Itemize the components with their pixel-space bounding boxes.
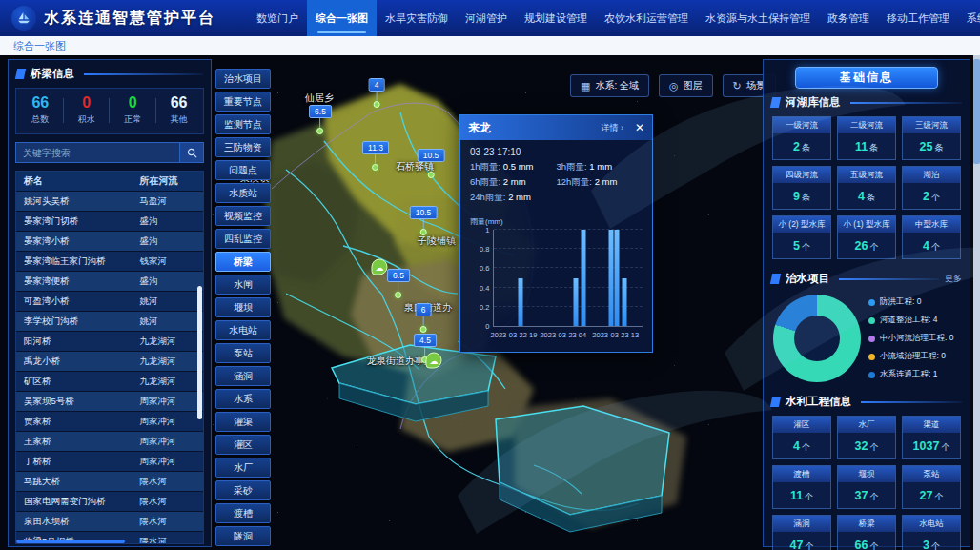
chart-gridline: 0.4 (494, 287, 643, 288)
stat-cell-number: 4 (793, 439, 800, 453)
popup-detail-link[interactable]: 详情 › (601, 122, 623, 134)
page-scrollbar-thumb[interactable] (973, 59, 980, 164)
table-row[interactable]: 晏家湾便桥盛沟 (16, 272, 203, 291)
layer-item-治水项目[interactable]: 治水项目 (215, 69, 271, 89)
map-control[interactable]: ◎图层 (659, 74, 713, 97)
station-marker[interactable]: 10.5 (410, 206, 438, 235)
station-marker[interactable]: 6 (416, 303, 432, 333)
layer-item-水闸[interactable]: 水闸 (215, 275, 271, 295)
layer-item-视频监控[interactable]: 视频监控 (215, 206, 271, 226)
station-marker[interactable]: 6.5 (309, 105, 332, 134)
rivers-section-header: 河湖库信息 (764, 89, 970, 114)
breadcrumb[interactable]: 综合一张图 (0, 39, 66, 53)
legend-dot-icon (868, 299, 875, 306)
layer-item-三防物资[interactable]: 三防物资 (215, 137, 271, 157)
table-row[interactable]: 吴家坝5号桥周家冲河 (16, 392, 203, 411)
stat-cell-number: 66 (855, 539, 868, 550)
table-row[interactable]: 马跳大桥隈水河 (16, 472, 203, 491)
table-row[interactable]: 晏家湾小桥盛沟 (16, 232, 203, 251)
river-name-cell: 隈水河 (133, 516, 203, 528)
rain-metric-value: 1 mm (589, 161, 612, 172)
layer-item-堰坝[interactable]: 堰坝 (215, 297, 271, 317)
nav-tab[interactable]: 水旱灾害防御 (377, 0, 457, 36)
table-horizontal-scrollbar[interactable] (16, 540, 125, 543)
river-name-cell: 九龙湖河 (133, 336, 203, 348)
table-row[interactable]: 可盈湾小桥姚河 (16, 292, 203, 311)
layer-item-水电站[interactable]: 水电站 (215, 320, 271, 340)
more-link[interactable]: 更多 (945, 273, 962, 285)
stat-cell-label: 一级河流 (773, 117, 830, 133)
layer-item-桥梁[interactable]: 桥梁 (215, 252, 271, 272)
stat-cell-unit: 条 (802, 193, 810, 202)
nav-tab[interactable]: 政务管理 (819, 0, 878, 36)
nav-tab[interactable]: 系统管理 (958, 0, 980, 36)
weather-cloud-icon[interactable]: ☁ (426, 353, 442, 369)
layer-item-采砂[interactable]: 采砂 (215, 480, 271, 500)
layer-item-泵站[interactable]: 泵站 (215, 343, 271, 363)
layer-item-涵洞[interactable]: 涵洞 (215, 366, 271, 386)
stat-cell-unit: 个 (805, 541, 813, 550)
layer-item-重要节点[interactable]: 重要节点 (215, 92, 271, 112)
bridge-name-cell: 可盈湾小桥 (16, 295, 133, 308)
table-row[interactable]: 晏家湾临王家门沟桥钱家河 (16, 252, 203, 271)
table-row[interactable]: 丁桥桥周家冲河 (16, 452, 203, 471)
search-input[interactable] (15, 142, 179, 163)
nav-tab[interactable]: 综合一张图 (307, 0, 377, 36)
station-marker[interactable]: 6.5 (387, 269, 410, 298)
stat-cell: 二级河流11条 (837, 116, 896, 160)
layer-item-水厂[interactable]: 水厂 (215, 458, 271, 478)
table-row[interactable]: 李学校门沟桥姚河 (16, 312, 203, 331)
layer-item-四乱监控[interactable]: 四乱监控 (215, 229, 271, 249)
layer-item-问题点[interactable]: 问题点 (215, 160, 271, 180)
table-row[interactable]: 贾家桥周家冲河 (16, 412, 203, 431)
marker-stem (398, 282, 398, 292)
stat-cell-label: 渡槽 (773, 466, 830, 482)
basic-info-button[interactable]: 基础信息 (795, 67, 938, 89)
table-row[interactable]: 矿区桥九龙湖河 (16, 372, 203, 391)
nav-tab[interactable]: 河湖管护 (457, 0, 516, 36)
nav-tab[interactable]: 规划建设管理 (516, 0, 596, 36)
table-row[interactable]: 王家桥周家冲河 (16, 432, 203, 451)
marker-dot-icon (316, 128, 323, 134)
section-accent-icon (770, 274, 781, 284)
town-label: 仙居乡 (305, 92, 334, 105)
table-row[interactable]: 阳河桥九龙湖河 (16, 332, 203, 351)
layer-item-水质站[interactable]: 水质站 (215, 183, 271, 203)
projects-donut-chart: 防洪工程: 0河道整治工程: 4中小河流治理工程: 0小流域治理工程: 0水系连… (764, 291, 970, 388)
stat-cell: 灌区4个 (772, 416, 831, 459)
table-row[interactable]: 禹龙小桥九龙湖河 (16, 352, 203, 371)
table-row[interactable]: 国家电网需变门沟桥隈水河 (16, 492, 203, 511)
station-marker[interactable]: 10.5 (418, 149, 445, 178)
river-name-cell: 周家冲河 (133, 416, 203, 428)
nav-tab[interactable]: 移动工作管理 (878, 0, 958, 36)
layer-item-渡槽[interactable]: 渡槽 (215, 503, 271, 523)
stat-cell-label: 水厂 (838, 417, 895, 433)
layer-item-隧洞[interactable]: 隧洞 (215, 526, 271, 546)
stat-cell: 一级河流2条 (772, 116, 831, 160)
station-marker[interactable]: 11.3 (362, 141, 389, 171)
layer-item-灌区[interactable]: 灌区 (215, 435, 271, 455)
layer-item-灌渠[interactable]: 灌渠 (215, 412, 271, 432)
table-row[interactable]: 姚河头吴桥马盈河 (16, 192, 203, 211)
search-button[interactable] (179, 142, 204, 163)
stat-cell-number: 25 (920, 140, 933, 153)
map-control[interactable]: ▦水系: 全域 (570, 74, 649, 97)
rain-metric-value: 2 mm (508, 192, 531, 202)
layer-item-水系[interactable]: 水系 (215, 389, 271, 409)
bridge-table-header: 桥名 所在河流 (16, 172, 203, 191)
rain-metric: 1h雨量: 0.5 mm (470, 161, 557, 173)
marker-stem (375, 154, 376, 164)
table-vertical-scrollbar[interactable] (197, 286, 202, 419)
table-row[interactable]: 晏家湾门切桥盛沟 (16, 212, 203, 231)
station-marker[interactable]: 4 (369, 78, 385, 108)
chart-bar (581, 230, 585, 326)
stat-cell: 泵站27个 (902, 465, 961, 509)
table-row[interactable]: 泉田水坝桥隈水河 (16, 512, 203, 531)
nav-tab[interactable]: 农饮水利运营管理 (596, 0, 697, 36)
nav-tab[interactable]: 数览门户 (248, 0, 307, 36)
river-name-cell: 盛沟 (133, 215, 203, 228)
close-icon[interactable]: ✕ (629, 121, 644, 134)
nav-tab[interactable]: 水资源与水土保持管理 (697, 0, 819, 36)
weather-cloud-icon[interactable]: ☁ (372, 259, 388, 275)
layer-item-监测节点[interactable]: 监测节点 (215, 114, 271, 134)
